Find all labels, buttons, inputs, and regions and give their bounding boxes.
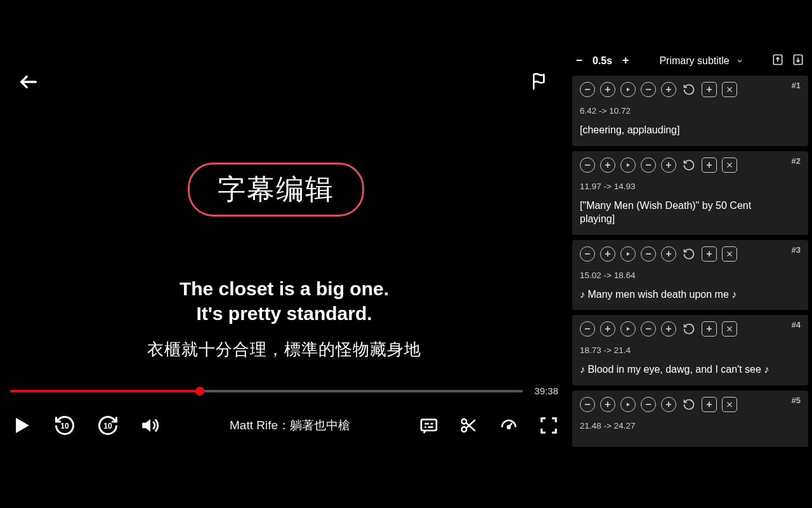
cue-start-minus-button[interactable]: − (580, 82, 595, 97)
cue-play-button[interactable] (620, 246, 636, 262)
cue-reset-button[interactable] (681, 246, 697, 262)
forward-10-button[interactable]: 10 (96, 414, 119, 437)
svg-marker-26 (627, 252, 630, 256)
cue-text[interactable]: ♪ Blood in my eye, dawg, and I can't see… (580, 363, 801, 377)
cue-delete-button[interactable] (722, 82, 737, 97)
cue-time-range: 6.42 -> 10.72 (580, 106, 801, 116)
cue-end-plus-button[interactable]: + (661, 246, 676, 262)
cue-end-minus-button[interactable]: − (641, 82, 656, 97)
download-icon[interactable] (792, 53, 804, 68)
svg-marker-20 (627, 88, 630, 91)
cue-start-minus-button[interactable]: − (580, 246, 595, 262)
cue-time-range: 18.73 -> 21.4 (580, 345, 801, 355)
upload-icon[interactable] (771, 53, 784, 68)
scissors-icon[interactable] (459, 416, 478, 435)
cue-add-button[interactable]: + (702, 246, 717, 262)
cue-start-plus-button[interactable]: + (600, 157, 615, 173)
cue-add-button[interactable]: + (702, 82, 717, 97)
chevron-down-icon (736, 57, 743, 65)
cue-end-plus-button[interactable]: + (661, 82, 676, 97)
playback-speed-button[interactable] (499, 415, 519, 436)
cue-index: #1 (792, 81, 801, 90)
cue-play-button[interactable] (620, 82, 636, 97)
step-increase-button[interactable]: + (620, 55, 631, 67)
subtitle-primary-line: The closet is a big one. (0, 276, 568, 301)
progress-knob[interactable] (195, 387, 204, 396)
cue-item[interactable]: #4 − + − + + 18.73 -> 21.4♪ Blood in my … (572, 315, 808, 385)
cue-start-plus-button[interactable]: + (600, 246, 615, 262)
play-button[interactable] (10, 414, 33, 437)
back-button[interactable] (18, 71, 39, 93)
cue-index: #5 (792, 396, 801, 405)
svg-marker-23 (627, 163, 630, 167)
cue-text[interactable]: [cheering, applauding] (580, 123, 801, 137)
cue-text[interactable]: ♪ Many men wish death upon me ♪ (580, 288, 801, 302)
rewind-10-button[interactable]: 10 (53, 414, 76, 437)
svg-marker-4 (142, 419, 150, 432)
cue-start-plus-button[interactable]: + (600, 82, 615, 97)
subtitle-overlay: The closet is a big one. It's pretty sta… (0, 276, 568, 361)
cue-end-plus-button[interactable]: + (661, 157, 676, 173)
volume-button[interactable] (140, 415, 161, 436)
cue-time-range: 21.48 -> 24.27 (580, 421, 801, 431)
cue-start-minus-button[interactable]: − (580, 397, 595, 412)
cue-start-plus-button[interactable]: + (600, 397, 615, 412)
cue-play-button[interactable] (620, 321, 636, 337)
cue-end-minus-button[interactable]: − (641, 397, 656, 412)
cue-reset-button[interactable] (681, 397, 697, 412)
svg-text:10: 10 (103, 422, 112, 431)
cue-play-button[interactable] (620, 157, 636, 173)
subtitle-editor-badge: 字幕编辑 (188, 163, 364, 217)
flag-icon[interactable] (530, 71, 551, 91)
video-title: Matt Rife：躺著也中槍 (161, 417, 419, 434)
svg-text:10: 10 (60, 422, 69, 431)
subtitle-secondary: 衣櫃就十分合理，標準的怪物藏身地 (0, 338, 568, 361)
total-time: 39:38 (534, 385, 558, 396)
subtitle-primary-line: It's pretty standard. (0, 301, 568, 326)
cue-index: #2 (792, 156, 801, 166)
cue-item[interactable]: #2 − + − + + 11.97 -> 14.93["Many Men (W… (572, 151, 808, 235)
cue-end-minus-button[interactable]: − (641, 321, 656, 337)
svg-marker-1 (16, 418, 29, 433)
cue-index: #3 (792, 245, 801, 255)
cue-start-minus-button[interactable]: − (580, 157, 595, 173)
svg-marker-29 (627, 327, 630, 331)
subtitles-button[interactable] (419, 415, 439, 436)
cue-add-button[interactable]: + (702, 321, 717, 337)
cue-start-minus-button[interactable]: − (580, 321, 595, 337)
cue-delete-button[interactable] (722, 397, 737, 412)
cue-reset-button[interactable] (681, 321, 697, 337)
cue-add-button[interactable]: + (702, 397, 717, 412)
step-value: 0.5s (593, 55, 612, 67)
dropdown-label: Primary subtitle (659, 55, 729, 67)
progress-fill (10, 390, 200, 392)
cue-item[interactable]: #5 − + − + + 21.48 -> 24.27 (572, 391, 808, 447)
cue-time-range: 11.97 -> 14.93 (580, 182, 801, 191)
svg-marker-32 (627, 403, 630, 406)
subtitle-editor-panel: − 0.5s + Primary subtitle #1 − + − + + 6… (568, 0, 812, 508)
cue-end-minus-button[interactable]: − (641, 157, 656, 173)
cue-index: #4 (792, 320, 801, 330)
cue-reset-button[interactable] (681, 82, 697, 97)
cue-play-button[interactable] (620, 397, 636, 412)
cue-time-range: 15.02 -> 18.64 (580, 271, 801, 280)
svg-rect-5 (421, 420, 436, 431)
cue-end-minus-button[interactable]: − (641, 246, 656, 262)
video-player-area: 字幕编辑 The closet is a big one. It's prett… (0, 0, 568, 508)
progress-bar[interactable] (10, 390, 523, 392)
cue-delete-button[interactable] (722, 157, 737, 173)
cue-text[interactable]: ["Many Men (Wish Death)" by 50 Centplayi… (580, 199, 801, 226)
fullscreen-button[interactable] (539, 416, 558, 435)
cue-start-plus-button[interactable]: + (600, 321, 615, 337)
cue-end-plus-button[interactable]: + (661, 321, 676, 337)
cue-add-button[interactable]: + (702, 157, 717, 173)
cue-delete-button[interactable] (722, 246, 737, 262)
cue-item[interactable]: #3 − + − + + 15.02 -> 18.64♪ Many men wi… (572, 240, 808, 311)
cue-delete-button[interactable] (722, 321, 737, 337)
step-decrease-button[interactable]: − (573, 55, 585, 67)
cue-item[interactable]: #1 − + − + + 6.42 -> 10.72[cheering, app… (572, 76, 808, 146)
cue-end-plus-button[interactable]: + (661, 397, 676, 412)
subtitle-track-dropdown[interactable]: Primary subtitle (639, 55, 764, 67)
cue-reset-button[interactable] (681, 157, 697, 173)
svg-point-15 (508, 426, 510, 429)
